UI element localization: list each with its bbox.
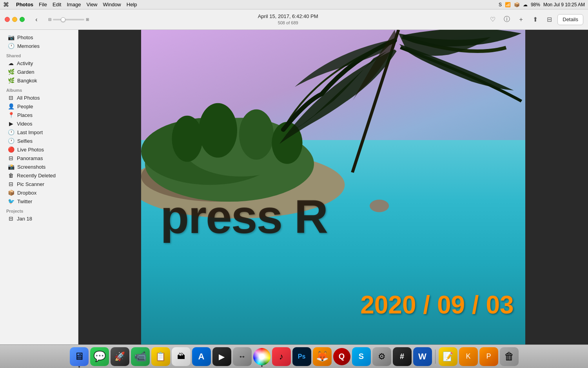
sidebar-label-selfies: Selfies <box>17 138 33 144</box>
image-menu[interactable]: Image <box>67 2 81 7</box>
palm-fronds-svg <box>276 30 525 297</box>
dock-item-facetime[interactable]: 📹 <box>131 347 150 366</box>
photo-text-press-r: press R <box>160 189 327 244</box>
heart-button[interactable]: ♡ <box>487 14 499 26</box>
minimize-button[interactable] <box>12 17 17 22</box>
sidebar-item-screenshots[interactable]: 📸 Screenshots <box>2 162 76 171</box>
dock-item-music[interactable]: ♪ <box>272 347 291 366</box>
zoom-slider[interactable]: ⊟ ⊞ <box>48 17 89 22</box>
svg-point-6 <box>199 103 237 158</box>
sidebar-item-memories[interactable]: 🕐 Memories <box>2 42 76 50</box>
apple-menu[interactable]: ⌘ <box>3 1 9 8</box>
dock-item-pages[interactable]: P <box>479 347 498 366</box>
svg-point-5 <box>172 116 202 162</box>
ps-icon: Ps <box>298 353 306 360</box>
live-photos-icon: 🔴 <box>8 146 15 153</box>
dock-item-quicklook[interactable]: Q <box>333 348 350 365</box>
sidebar-item-live-photos[interactable]: 🔴 Live Photos <box>2 145 76 154</box>
sidebar-item-activity[interactable]: ☁ Activity <box>2 59 76 67</box>
close-button[interactable] <box>5 17 10 22</box>
fcp-icon: ▶ <box>219 352 225 361</box>
share-button[interactable]: ⬆ <box>529 14 541 26</box>
messages-icon: 💬 <box>93 350 106 363</box>
dock: 🖥 💬 🚀 📹 📋 🏔 A ▶ ↔ ♪ Ps 🦊 <box>0 344 588 368</box>
sidebar-label-live-photos: Live Photos <box>17 147 44 153</box>
adjustments-button[interactable]: ⊟ <box>543 14 555 26</box>
dock-item-ps[interactable]: Ps <box>292 347 311 366</box>
back-button[interactable]: ‹ <box>31 14 42 25</box>
people-icon: 👤 <box>8 103 15 109</box>
projects-section-header: Projects <box>0 206 78 214</box>
sidebar-item-places[interactable]: 📍 Places <box>2 111 76 119</box>
dock-item-notes[interactable]: 📝 <box>439 347 457 366</box>
garden-icon: 🌿 <box>8 69 15 75</box>
dock-item-word[interactable]: W <box>413 347 432 366</box>
sidebar-item-panoramas[interactable]: ⊟ Panoramas <box>2 154 76 162</box>
dock-item-system-prefs[interactable]: ⚙ <box>372 347 391 366</box>
add-button[interactable]: + <box>515 14 527 26</box>
dock-item-appstore[interactable]: A <box>192 347 211 366</box>
file-menu[interactable]: File <box>39 2 47 7</box>
sidebar-item-jan18[interactable]: ⊟ Jan 18 <box>2 214 76 223</box>
info-button[interactable]: ⓘ <box>501 14 513 26</box>
sidebar-label-pic-scanner: Pic Scanner <box>17 181 44 187</box>
slider-track[interactable] <box>53 19 84 20</box>
stickies-icon: 📋 <box>155 352 166 362</box>
dock-item-stickies[interactable]: 📋 <box>151 347 170 366</box>
dropbox-icon: 📦 <box>514 2 520 7</box>
jan18-icon: ⊟ <box>8 215 14 222</box>
sidebar-item-recently-deleted[interactable]: 🗑 Recently Deleted <box>2 171 76 180</box>
window-menu[interactable]: Window <box>103 2 121 7</box>
dock-item-finder[interactable]: 🖥 <box>70 347 89 366</box>
sidebar-item-pic-scanner[interactable]: ⊟ Pic Scanner <box>2 180 76 188</box>
dock-item-keynote[interactable]: K <box>459 347 478 366</box>
photos-icon: 📷 <box>8 34 15 40</box>
maximize-button[interactable] <box>20 17 25 22</box>
details-button[interactable]: Details <box>557 14 583 25</box>
music-icon: ♪ <box>279 352 283 362</box>
sidebar-item-photos[interactable]: 📷 Photos <box>2 33 76 42</box>
sidebar-item-dropbox[interactable]: 📦 Dropbox <box>2 188 76 197</box>
sidebar-item-videos[interactable]: ▶ Videos <box>2 119 76 128</box>
sidebar-item-last-import[interactable]: 🕐 Last Import <box>2 128 76 137</box>
dock-item-skype[interactable]: S <box>352 347 371 366</box>
sidebar-label-jan18: Jan 18 <box>17 216 32 222</box>
sidebar-label-photos: Photos <box>17 35 33 40</box>
sidebar-item-twitter[interactable]: 🐦 Twitter <box>2 197 76 206</box>
view-menu[interactable]: View <box>87 2 98 7</box>
screenshots-icon: 📸 <box>8 164 15 170</box>
sidebar-item-garden[interactable]: 🌿 Garden <box>2 67 76 76</box>
recently-deleted-icon: 🗑 <box>8 172 14 179</box>
photo-text-date: 2020 / 09 / 03 <box>360 290 514 319</box>
dock-item-fcp[interactable]: ▶ <box>212 347 231 366</box>
dock-item-migrate[interactable]: ↔ <box>233 347 252 366</box>
app-name-menu[interactable]: Photos <box>16 2 33 7</box>
sidebar-label-all-photos: All Photos <box>17 95 40 101</box>
slider-thumb[interactable] <box>61 17 65 22</box>
sidebar-item-people[interactable]: 👤 People <box>2 102 76 111</box>
sidebar-label-twitter: Twitter <box>17 199 32 204</box>
sidebar-item-all-photos[interactable]: ⊟ All Photos <box>2 93 76 102</box>
dock-item-messages[interactable]: 💬 <box>90 347 109 366</box>
system-prefs-icon: ⚙ <box>378 352 386 362</box>
shared-section-header: Shared <box>0 50 78 59</box>
sidebar-label-bangkok: Bangkok <box>17 78 37 84</box>
dock-item-firefox[interactable]: 🦊 <box>313 347 332 366</box>
photo-container[interactable]: press R 2020 / 09 / 03 <box>141 30 525 344</box>
sidebar-item-bangkok[interactable]: 🌿 Bangkok <box>2 76 76 85</box>
app-body: 📷 Photos 🕐 Memories Shared ☁ Activity 🌿 … <box>0 30 588 344</box>
photo-date: April 15, 2017, 6:42:40 PM <box>258 13 318 20</box>
sidebar-label-memories: Memories <box>17 43 40 49</box>
nav-buttons: ‹ <box>31 14 42 25</box>
sidebar-item-selfies[interactable]: 🕐 Selfies <box>2 137 76 145</box>
dock-item-calculator[interactable]: # <box>393 347 412 366</box>
menu-bar: ⌘ Photos File Edit Image View Window Hel… <box>0 0 588 9</box>
edit-menu[interactable]: Edit <box>53 2 61 7</box>
dock-item-photo-viewer[interactable]: 🏔 <box>172 347 191 366</box>
albums-section-header: Albums <box>0 85 78 93</box>
dock-item-launchpad[interactable]: 🚀 <box>111 347 129 366</box>
dock-item-trash[interactable]: 🗑 <box>500 347 519 366</box>
help-menu[interactable]: Help <box>127 2 137 7</box>
dock-item-photos[interactable] <box>253 348 270 365</box>
toolbar-center: April 15, 2017, 6:42:40 PM 508 of 689 <box>92 13 484 26</box>
